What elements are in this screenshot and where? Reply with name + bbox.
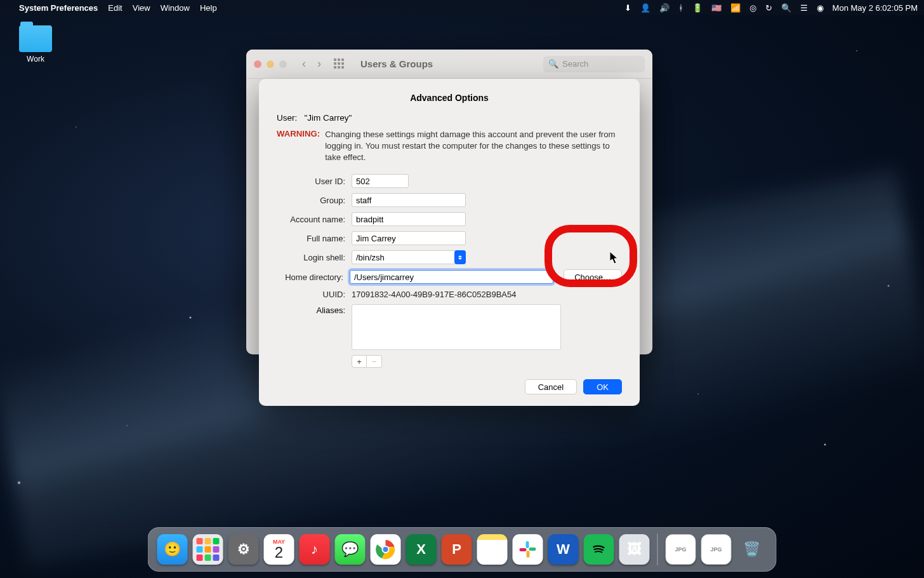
cancel-button[interactable]: Cancel: [525, 379, 577, 394]
spotlight-icon[interactable]: 🔍: [781, 3, 791, 13]
control-center-icon[interactable]: ☰: [800, 3, 808, 13]
dock-calendar[interactable]: MAY2: [264, 534, 294, 565]
home-directory-label: Home directory:: [277, 272, 343, 282]
dropbox-icon[interactable]: ⬇︎: [624, 3, 631, 13]
aliases-label: Aliases:: [277, 304, 345, 315]
svg-rect-4: [529, 548, 536, 551]
warning-label: WARNING:: [277, 129, 320, 163]
close-icon[interactable]: [254, 60, 261, 68]
advanced-options-sheet: Advanced Options User: "Jim Carrey" WARN…: [259, 79, 640, 406]
dock-system-preferences[interactable]: ⚙︎: [228, 534, 259, 565]
search-icon: 🔍: [548, 59, 558, 69]
account-name-field[interactable]: [352, 212, 466, 226]
svg-rect-6: [520, 548, 527, 551]
battery-icon[interactable]: 🔋: [692, 3, 703, 13]
dock-spotify[interactable]: [584, 534, 614, 565]
aliases-list[interactable]: [352, 304, 561, 350]
uuid-value: 17091832-4A00-49B9-917E-86C052B9BA54: [352, 290, 516, 299]
warning-text: Changing these settings might damage thi…: [325, 129, 622, 163]
dock-music[interactable]: ♪: [300, 534, 330, 565]
siri-icon[interactable]: ◉: [817, 3, 824, 13]
folder-label: Work: [18, 55, 53, 64]
full-name-field[interactable]: [352, 231, 466, 245]
user-id-field[interactable]: [352, 174, 409, 188]
dock: 🙂 ⚙︎ MAY2 ♪ 💬 X P W 🖼 JPG JPG 🗑️: [148, 527, 777, 572]
login-shell-select[interactable]: [352, 250, 466, 264]
dock-slack[interactable]: [513, 534, 543, 565]
forward-button[interactable]: ›: [317, 57, 321, 71]
add-alias-button[interactable]: +: [352, 355, 367, 368]
menu-edit[interactable]: Edit: [108, 3, 122, 13]
sheet-title: Advanced Options: [277, 93, 622, 103]
dock-word[interactable]: W: [548, 534, 579, 565]
dock-finder[interactable]: 🙂: [157, 534, 188, 565]
dock-messages[interactable]: 💬: [335, 534, 366, 565]
dock-chrome[interactable]: [371, 534, 401, 565]
home-directory-field[interactable]: [350, 270, 553, 284]
user-label: User:: [277, 113, 297, 123]
uuid-label: UUID:: [277, 290, 345, 299]
window-title: Users & Groups: [360, 58, 433, 69]
minimize-icon[interactable]: [267, 60, 274, 68]
dock-separator: [657, 534, 658, 565]
group-field[interactable]: [352, 193, 466, 207]
user-id-label: User ID:: [277, 177, 345, 186]
user-value: "Jim Carrey": [305, 113, 352, 123]
show-all-button[interactable]: [334, 58, 345, 70]
account-icon[interactable]: ◎: [749, 3, 756, 13]
titlebar: ‹ › Users & Groups 🔍 Search: [246, 50, 652, 79]
svg-point-2: [383, 546, 389, 553]
desktop-folder-work[interactable]: Work: [18, 25, 53, 64]
login-shell-label: Login shell:: [277, 253, 345, 262]
choose-button[interactable]: Choose…: [564, 269, 622, 285]
dock-recent-doc-1[interactable]: JPG: [666, 534, 696, 565]
timemachine-icon[interactable]: ↻: [765, 3, 772, 13]
svg-rect-3: [526, 541, 529, 548]
menu-window[interactable]: Window: [161, 3, 190, 13]
group-label: Group:: [277, 196, 345, 205]
back-button[interactable]: ‹: [302, 57, 306, 71]
dock-trash[interactable]: 🗑️: [737, 534, 767, 565]
user-icon[interactable]: 👤: [640, 3, 650, 13]
dock-powerpoint[interactable]: P: [442, 534, 472, 565]
menu-view[interactable]: View: [133, 3, 150, 13]
dock-excel[interactable]: X: [406, 534, 437, 565]
bluetooth-icon[interactable]: ᚼ: [678, 3, 683, 13]
dock-launchpad[interactable]: [193, 534, 223, 565]
wifi-icon[interactable]: 📶: [730, 3, 741, 13]
menubar: System Preferences Edit View Window Help…: [0, 0, 924, 15]
login-shell-dropdown-icon[interactable]: [454, 250, 466, 264]
dock-recent-doc-2[interactable]: JPG: [701, 534, 732, 565]
flag-icon[interactable]: 🇺🇸: [711, 3, 722, 13]
folder-icon: [19, 25, 52, 52]
zoom-icon[interactable]: [279, 60, 287, 68]
app-menu[interactable]: System Preferences: [19, 3, 98, 13]
search-input[interactable]: 🔍 Search: [543, 56, 645, 72]
menu-help[interactable]: Help: [200, 3, 217, 13]
remove-alias-button: −: [367, 355, 382, 368]
clock[interactable]: Mon May 2 6:02:05 PM: [833, 3, 918, 13]
account-name-label: Account name:: [277, 215, 345, 224]
full-name-label: Full name:: [277, 234, 345, 243]
svg-rect-5: [527, 551, 530, 558]
dock-preview[interactable]: 🖼: [619, 534, 650, 565]
window-controls[interactable]: [254, 60, 287, 68]
volume-icon[interactable]: 🔊: [659, 3, 670, 13]
search-placeholder: Search: [562, 59, 588, 69]
ok-button[interactable]: OK: [583, 379, 622, 394]
dock-notes[interactable]: [477, 534, 508, 565]
